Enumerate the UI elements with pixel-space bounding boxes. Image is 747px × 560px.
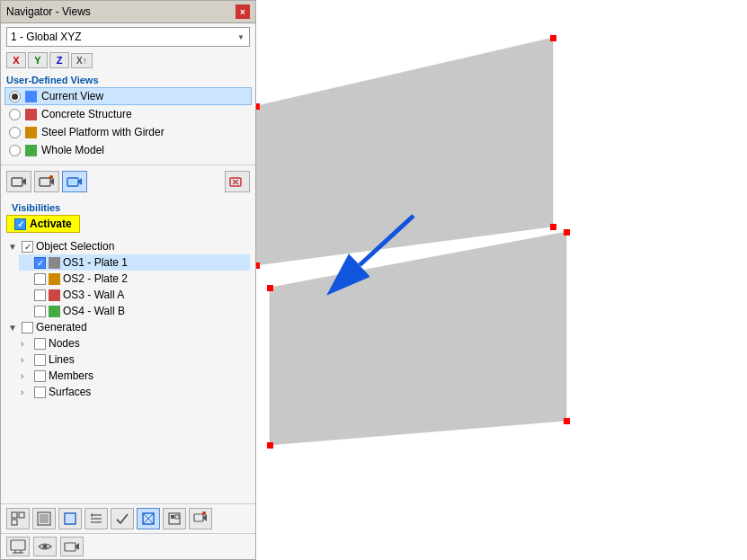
checkbox-object-selection[interactable] — [22, 241, 33, 253]
red-dot-bottom-bl — [267, 442, 273, 449]
checkbox-os1[interactable] — [34, 257, 46, 269]
color-dot-whole — [25, 145, 37, 156]
tree-item-members[interactable]: › Members — [19, 368, 250, 384]
svg-rect-2 — [25, 127, 37, 138]
axis-toolbar: X Y Z X↑ — [1, 50, 255, 72]
tool-icon-2 — [37, 511, 51, 526]
tool-btn-6[interactable] — [137, 508, 160, 529]
checkbox-nodes[interactable] — [34, 338, 46, 350]
tree-item-generated[interactable]: ▼ Generated — [6, 319, 250, 335]
visibilities-section: Visibilities Activate — [1, 196, 255, 236]
arrow-os1 — [21, 258, 31, 268]
camera-icon-1 — [11, 174, 27, 189]
view-name-whole: Whole Model — [41, 144, 104, 156]
label-surfaces: Surfaces — [49, 386, 91, 398]
svg-rect-34 — [175, 515, 179, 519]
activate-checkbox — [14, 218, 26, 230]
svg-point-8 — [49, 175, 53, 179]
close-button[interactable]: × — [236, 4, 250, 19]
red-dot-bottom-tl — [267, 285, 273, 291]
svg-rect-43 — [65, 543, 76, 551]
tool-icon-4 — [89, 511, 103, 526]
view-name-steel: Steel Platform with Girder — [41, 126, 165, 138]
camera-icon-2 — [39, 174, 55, 189]
arrow-os2 — [21, 274, 31, 284]
arrow-members: › — [21, 371, 31, 381]
panel-title-bar: Navigator - Views × — [1, 1, 255, 23]
checkbox-lines[interactable] — [34, 354, 46, 366]
vb-btn-display[interactable] — [6, 537, 30, 556]
svg-rect-25 — [67, 515, 74, 522]
svg-rect-16 — [49, 273, 60, 285]
red-dot-bottom-br — [564, 418, 570, 424]
tree-item-os3[interactable]: OS3 - Wall A — [19, 287, 250, 303]
vb-btn-eye[interactable] — [33, 537, 57, 556]
very-bottom-toolbar — [1, 533, 255, 559]
tool-btn-8[interactable] — [189, 508, 212, 529]
tree-item-os1[interactable]: OS1 - Plate 1 — [19, 254, 250, 271]
axis-y-button[interactable]: Y — [28, 52, 48, 68]
svg-rect-19 — [12, 512, 17, 518]
red-dot-bottom-tr — [564, 229, 570, 236]
red-dot-top-tl — [256, 103, 260, 110]
arrow-os4 — [21, 307, 31, 316]
view-item-concrete[interactable]: Concrete Structure — [4, 105, 252, 123]
checkbox-os4[interactable] — [34, 306, 46, 317]
color-dot-steel — [25, 127, 37, 138]
view-item-current[interactable]: Current View — [4, 87, 252, 105]
tool-btn-3[interactable] — [58, 508, 82, 529]
tool-icon-6 — [141, 511, 156, 526]
coord-system-select[interactable]: 1 - Global XYZ — [6, 27, 250, 47]
tool-btn-1[interactable] — [6, 508, 30, 529]
panel-title: Navigator - Views — [6, 5, 91, 18]
arrow-surfaces: › — [21, 387, 31, 397]
tool-icon-1 — [11, 511, 25, 526]
checkbox-generated[interactable] — [22, 322, 33, 333]
camera-btn-3[interactable] — [62, 171, 87, 192]
svg-rect-21 — [12, 520, 17, 525]
camera-btn-1[interactable] — [6, 171, 31, 192]
checkbox-members[interactable] — [34, 370, 46, 382]
tool-icon-7 — [167, 511, 182, 526]
navigator-panel: Navigator - Views × 1 - Global XYZ X Y Z… — [0, 0, 256, 560]
camera-bottom-icon — [64, 539, 80, 554]
tree-item-nodes[interactable]: › Nodes — [19, 335, 250, 351]
user-defined-views-label: User-Defined Views — [1, 72, 255, 87]
axis-x-button[interactable]: X — [6, 52, 26, 68]
axis-z-button[interactable]: Z — [49, 52, 69, 68]
tree-item-lines[interactable]: › Lines — [19, 351, 250, 368]
label-nodes: Nodes — [49, 337, 80, 350]
view-item-steel[interactable]: Steel Platform with Girder — [4, 123, 252, 141]
display-icon — [10, 539, 26, 554]
tree-item-object-selection[interactable]: ▼ Object Selection — [6, 238, 250, 254]
view-name-concrete: Concrete Structure — [41, 108, 132, 120]
svg-marker-36 — [203, 514, 207, 521]
camera-btn-delete[interactable] — [225, 171, 250, 192]
view-item-whole[interactable]: Whole Model — [4, 141, 252, 159]
tool-btn-4[interactable] — [84, 508, 108, 529]
activate-label: Activate — [30, 218, 72, 230]
svg-rect-1 — [25, 109, 37, 120]
camera-btn-2[interactable] — [34, 171, 59, 192]
axis-xyz-button[interactable]: X↑ — [71, 53, 93, 68]
tree-item-os4[interactable]: OS4 - Wall B — [19, 303, 250, 319]
arrow-os3 — [21, 290, 31, 300]
label-os1: OS1 - Plate 1 — [63, 256, 128, 269]
svg-point-37 — [202, 511, 206, 515]
coord-system-row: 1 - Global XYZ — [6, 27, 250, 47]
tree-item-os2[interactable]: OS2 - Plate 2 — [19, 271, 250, 287]
tool-icon-3 — [63, 511, 77, 526]
tool-btn-5[interactable] — [111, 508, 134, 529]
camera-toolbar — [1, 164, 255, 196]
viewport-svg — [256, 0, 747, 560]
checkbox-os3[interactable] — [34, 289, 46, 301]
checkbox-os2[interactable] — [34, 273, 46, 285]
tool-btn-7[interactable] — [163, 508, 186, 529]
vb-btn-camera[interactable] — [60, 537, 84, 556]
activate-button[interactable]: Activate — [6, 215, 80, 233]
tool-btn-2[interactable] — [32, 508, 56, 529]
color-dot-current — [25, 91, 37, 102]
checkbox-surfaces[interactable] — [34, 387, 46, 398]
tree-item-surfaces[interactable]: › Surfaces — [19, 384, 250, 400]
color-os3 — [49, 289, 60, 301]
